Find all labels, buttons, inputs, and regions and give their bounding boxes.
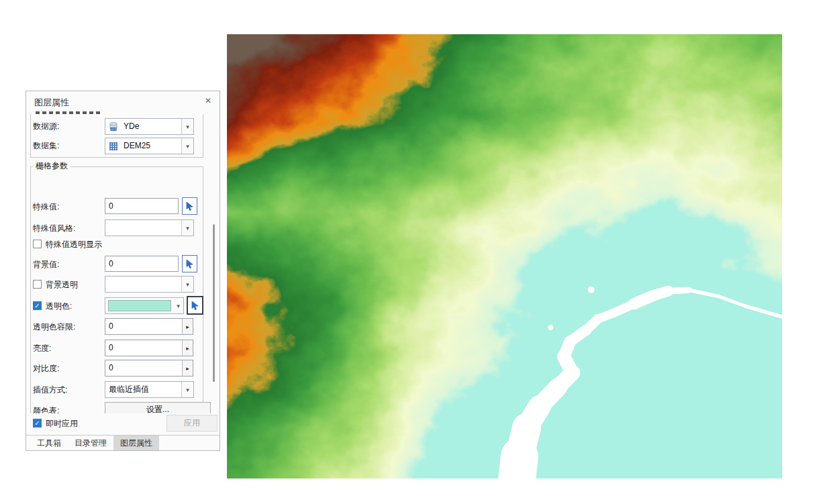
brightness-value: 0 [105, 340, 182, 356]
contrast-value: 0 [105, 360, 182, 376]
transparent-color-label: 透明色: [46, 301, 72, 312]
interpolation-combobox[interactable]: 最临近插值 ▾ [105, 381, 194, 398]
tolerance-spinner[interactable]: 0 ▸ [105, 318, 193, 335]
background-color-combobox[interactable]: ▾ [105, 276, 194, 293]
transparent-color-swatch [108, 300, 171, 311]
special-value-label: 特殊值: [33, 201, 59, 213]
datasource-value: YDe [120, 119, 181, 134]
picker-cursor-icon [191, 301, 200, 310]
chevron-down-icon[interactable]: ▾ [181, 276, 193, 292]
color-table-label: 颜色表: [33, 405, 59, 413]
chevron-down-icon[interactable]: ▾ [181, 382, 193, 397]
picker-cursor-icon [185, 201, 195, 211]
datasource-combobox[interactable]: UDX YDe ▾ [105, 118, 194, 135]
tab-toolbox[interactable]: 工具箱 [30, 436, 68, 450]
datasource-label: 数据源: [33, 121, 59, 132]
transparent-color-pick-button[interactable] [187, 296, 203, 315]
dataset-grid-icon [108, 141, 119, 152]
special-value-input[interactable]: 0 [105, 198, 179, 214]
dataset-label: 数据集: [33, 140, 59, 152]
raster-params-title: 栅格参数 [33, 160, 70, 172]
spinner-arrow-icon[interactable]: ▸ [182, 340, 193, 356]
chevron-down-icon[interactable]: ▾ [181, 119, 193, 134]
datasource-icon: UDX [108, 121, 119, 132]
brightness-label: 亮度: [33, 343, 51, 354]
transparent-color-checkbox[interactable]: ✓ [33, 301, 42, 310]
chevron-down-icon[interactable]: ▾ [181, 138, 193, 154]
spinner-arrow-icon[interactable]: ▸ [182, 360, 193, 376]
special-style-label: 特殊值风格: [33, 223, 75, 234]
apply-now-checkbox[interactable]: ✓ [33, 419, 42, 427]
background-value-pick-button[interactable] [182, 255, 197, 272]
tolerance-label: 透明色容限: [33, 321, 75, 333]
background-value-input[interactable]: 0 [105, 256, 179, 272]
contrast-spinner[interactable]: 0 ▸ [105, 360, 193, 376]
close-icon[interactable]: ✕ [203, 95, 213, 106]
spinner-arrow-icon[interactable]: ▸ [182, 319, 193, 334]
tab-layer-properties[interactable]: 图层属性 [113, 436, 159, 450]
interpolation-value: 最临近插值 [105, 382, 181, 397]
contrast-label: 对比度: [33, 363, 59, 374]
map-canvas[interactable] [227, 34, 782, 478]
apply-button[interactable]: 应用 [166, 415, 218, 432]
color-table-settings-button[interactable]: 设置... [105, 402, 211, 413]
special-transparent-label: 特殊值透明显示 [46, 239, 102, 250]
background-transparent-label: 背景透明 [46, 279, 78, 291]
background-value-label: 背景值: [33, 259, 59, 270]
vertical-scrollbar-thumb[interactable] [213, 224, 215, 382]
panel-tabbar: 工具箱 目录管理 图层属性 [26, 435, 220, 450]
panel-scroll-content: 数据源: UDX YDe ▾ 数据集: DEM25 [26, 111, 220, 413]
special-style-combobox[interactable]: ▾ [105, 219, 194, 236]
brightness-spinner[interactable]: 0 ▸ [105, 340, 193, 356]
layer-properties-panel: 图层属性 ✕ 数据源: UDX YDe ▾ 数据集: [26, 91, 220, 451]
special-value-pick-button[interactable] [182, 197, 197, 215]
background-transparent-checkbox[interactable] [33, 280, 42, 289]
tab-catalog-manager[interactable]: 目录管理 [68, 436, 113, 450]
chevron-down-icon[interactable]: ▾ [181, 220, 193, 236]
clipped-scrolled-text [36, 111, 100, 114]
svg-text:UDX: UDX [111, 128, 117, 131]
tolerance-value: 0 [105, 319, 182, 334]
interpolation-label: 插值方式: [33, 385, 67, 396]
dataset-combobox[interactable]: DEM25 ▾ [105, 138, 194, 154]
dataset-value: DEM25 [120, 138, 181, 154]
special-transparent-checkbox[interactable] [33, 240, 42, 248]
picker-cursor-icon [185, 259, 195, 268]
chevron-down-icon[interactable]: ▾ [173, 298, 183, 313]
transparent-color-combobox[interactable]: ▾ [105, 297, 184, 314]
panel-title: 图层属性 [34, 97, 69, 109]
apply-now-label: 即时应用 [46, 418, 78, 430]
